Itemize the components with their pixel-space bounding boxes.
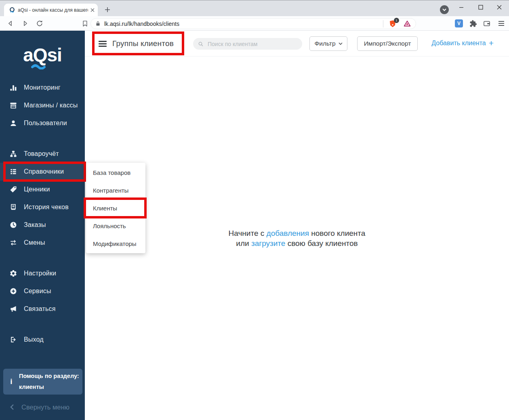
sidebar-item-label: Справочники [24,168,64,175]
sidebar-item-label: Ценники [24,186,50,193]
sidebar-group-divider [0,252,85,265]
help-line1: Помощь по разделу: [19,373,79,379]
collapse-menu-button[interactable]: Свернуть меню [0,398,85,416]
import-export-button[interactable]: Импорт/Экспорт [357,36,418,51]
address-bar[interactable]: lk.aqsi.ru/lk/handbooks/clients 1 [90,18,416,29]
empty-text: нового клиента [309,229,366,237]
window-maximize-button[interactable] [472,0,490,14]
search-icon [198,41,204,47]
aqsi-favicon-icon [9,7,15,13]
main-content: Группы клиентов Фильтр Импорт/Экспорт До… [85,31,509,420]
sidebar-item-label: Выход [24,336,44,343]
list-icon [9,167,18,176]
add-client-link[interactable]: добавления [267,229,309,237]
page-title: Группы клиентов [112,39,174,48]
handbooks-submenu: База товаров Контрагенты Клиенты Лояльно… [86,163,145,253]
upload-base-link[interactable]: загрузите [251,239,285,248]
extension-v-icon[interactable]: V [455,19,463,27]
new-tab-button[interactable] [102,4,113,15]
sidebar-group-divider [0,318,85,331]
sidebar-item-label: Мониторинг [24,84,61,91]
sidebar: aQsi Мониторинг Магазины / кассы Пользов… [0,31,85,420]
sidebar-item-label: Товароучёт [24,150,59,158]
browser-tab-strip: aQsi - онлайн кассы для вашего [0,0,509,17]
back-icon[interactable] [6,19,15,28]
client-search[interactable] [193,38,302,50]
reload-icon[interactable] [35,19,44,28]
sidebar-item-price-tags[interactable]: Ценники [0,181,85,198]
submenu-item-counterparties[interactable]: Контрагенты [86,181,145,199]
swap-arrows-icon [9,238,18,247]
clock-icon [9,220,18,229]
add-client-button[interactable]: Добавить клиента + [431,40,494,47]
sidebar-item-label: История чеков [24,204,69,211]
extensions-puzzle-icon[interactable] [469,19,477,28]
sidebar-item-users[interactable]: Пользователи [0,114,85,132]
gear-icon [9,269,18,278]
sidebar-item-inventory[interactable]: Товароучёт [0,145,85,163]
sidebar-item-shifts[interactable]: Смены [0,234,85,252]
tab-close-icon[interactable] [90,8,95,12]
bar-chart-icon [9,83,18,92]
tab-title: aQsi - онлайн кассы для вашего [18,7,88,13]
wallet-icon[interactable] [482,19,491,28]
logo-text: aQsi [23,44,62,66]
add-client-label: Добавить клиента [431,40,486,47]
aqsi-logo: aQsi [0,31,85,79]
sidebar-item-stores[interactable]: Магазины / кассы [0,97,85,114]
help-box[interactable]: i Помощь по разделу: клиенты [3,369,82,395]
brave-shield-icon[interactable]: 1 [388,19,397,28]
sidebar-item-orders[interactable]: Заказы [0,216,85,234]
submenu-item-modifiers[interactable]: Модификаторы [86,235,145,252]
logout-icon [9,335,18,344]
bat-rewards-icon[interactable] [403,19,412,28]
plus-circle-icon [9,287,18,296]
sidebar-item-label: Связаться [24,305,56,313]
shield-badge: 1 [394,18,399,23]
sidebar-item-label: Настройки [24,270,56,277]
sidebar-group-divider [0,132,85,145]
empty-text: Начните с [229,229,267,237]
sidebar-item-label: Пользователи [24,120,67,127]
info-icon: i [9,377,14,386]
megaphone-icon [9,304,18,313]
collapse-label: Свернуть меню [21,403,69,411]
browser-menu-icon[interactable] [497,19,506,28]
user-icon [9,119,18,128]
import-export-label: Импорт/Экспорт [364,40,411,47]
sidebar-item-logout[interactable]: Выход [0,331,85,349]
bookmark-icon[interactable] [80,19,90,28]
chevron-down-icon [339,42,343,45]
submenu-item-product-base[interactable]: База товаров [86,164,145,181]
filter-label: Фильтр [314,40,335,47]
url-text: lk.aqsi.ru/lk/handbooks/clients [104,21,378,27]
sidebar-item-label: Заказы [24,221,46,229]
sidebar-item-label: Смены [24,239,45,246]
sidebar-item-handbooks[interactable]: Справочники [0,163,85,181]
receipt-icon [9,203,18,212]
tag-icon [9,185,18,194]
filter-button[interactable]: Фильтр [309,36,347,51]
sidebar-item-contact[interactable]: Связаться [0,300,85,318]
sidebar-item-label: Сервисы [24,288,51,295]
lock-icon [95,21,101,27]
forward-icon[interactable] [20,19,30,28]
submenu-item-clients[interactable]: Клиенты [86,199,145,217]
chevron-left-icon [10,404,15,410]
sidebar-item-services[interactable]: Сервисы [0,282,85,300]
sidebar-item-receipt-history[interactable]: История чеков [0,198,85,216]
window-minimize-button[interactable] [452,0,470,14]
sidebar-item-settings[interactable]: Настройки [0,265,85,282]
browser-tab[interactable]: aQsi - онлайн кассы для вашего [4,4,98,17]
store-icon [9,101,18,110]
hamburger-menu-icon[interactable] [99,41,107,48]
window-close-button[interactable] [490,0,508,14]
address-divider [383,20,383,27]
submenu-item-loyalty[interactable]: Лояльность [86,217,145,235]
empty-state-message: Начните с добавления нового клиента или … [85,228,509,248]
tab-search-button[interactable] [440,5,449,14]
empty-text: или [236,239,251,248]
sidebar-item-monitoring[interactable]: Мониторинг [0,79,85,97]
search-input[interactable] [207,40,302,48]
sidebar-item-label: Магазины / кассы [24,102,78,109]
